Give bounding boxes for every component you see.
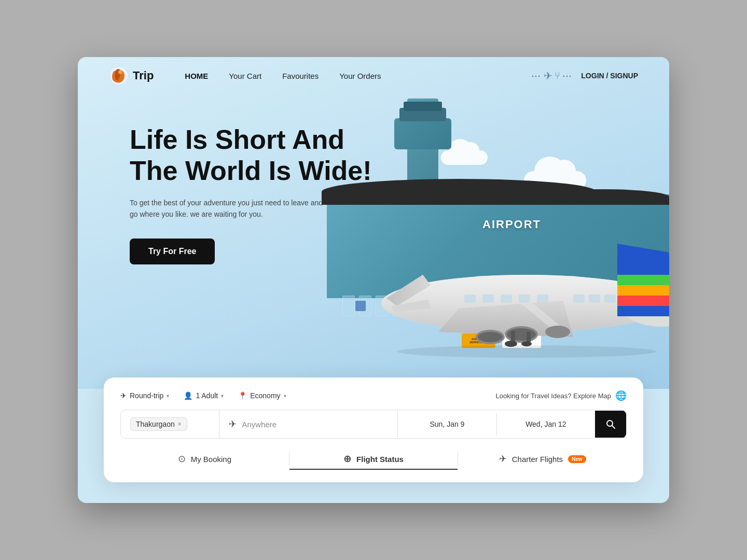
logo-text: Trip [133,69,154,82]
nav-favourites[interactable]: Favourites [282,72,319,80]
explore-map-text: Looking for Travel Ideas? Explore Map [495,392,611,400]
hero-content: Life Is Short And The World Is Wide! To … [130,124,372,264]
svg-line-29 [612,426,615,428]
to-field[interactable]: ✈ Anywhere [219,411,398,437]
flight-status-label: Flight Status [356,455,404,464]
booking-label: My Booking [191,455,231,464]
depart-date: Sun, Jan 9 [430,420,464,428]
try-for-free-button[interactable]: Try For Free [130,239,215,264]
passengers-chevron: ▾ [221,393,224,399]
nav-orders[interactable]: Your Orders [339,72,381,80]
nav-icons: ⋯ ✈ ⑂ ⋯ [531,69,573,82]
to-plane-icon: ✈ [229,418,237,430]
charter-flights-tab[interactable]: ✈ Charter Flights New [458,449,627,470]
navbar: Trip HOME Your Cart Favourites Your Orde… [78,57,669,94]
flight-status-tab[interactable]: ⊕ Flight Status [289,449,458,470]
svg-rect-14 [464,295,476,303]
passengers-label: 1 Adult [196,391,218,400]
svg-rect-10 [537,295,548,303]
svg-point-19 [545,326,570,338]
svg-point-25 [397,345,656,358]
nav-links: HOME Your Cart Favourites Your Orders [185,72,531,80]
second-plane-tail [617,244,669,316]
trip-icon: ✈ [120,391,127,400]
globe-icon [109,66,129,86]
from-chip: Thakurgaon × [130,417,187,431]
svg-rect-6 [589,295,600,303]
nav-home[interactable]: HOME [185,72,208,80]
svg-rect-20 [355,301,366,311]
location-icon: 📍 [238,391,247,400]
nav-right: ⋯ ✈ ⑂ ⋯ LOGIN / SIGNUP [531,69,638,82]
search-inputs: Thakurgaon × ✈ Anywhere Sun, Jan 9 Wed, … [120,410,627,439]
charter-label: Charter Flights [512,455,563,464]
search-button[interactable] [595,411,626,438]
dots2-icon: ⋯ [562,70,573,81]
explore-map-button[interactable]: Looking for Travel Ideas? Explore Map 🌐 [495,390,627,401]
my-booking-tab[interactable]: ⊙ My Booking [120,449,289,470]
person-icon: 👤 [184,391,192,400]
class-label: Economy [250,391,280,400]
plane-icon[interactable]: ✈ [544,69,552,82]
svg-rect-21 [511,331,515,342]
class-selector[interactable]: 📍 Economy ▾ [238,391,286,400]
to-value: Anywhere [242,420,276,429]
login-button[interactable]: LOGIN / SIGNUP [581,72,638,80]
svg-rect-5 [573,295,585,303]
map-icon: 🌐 [615,390,627,401]
bottom-tabs: ⊙ My Booking ⊕ Flight Status ✈ Charter F… [120,449,627,470]
nav-cart[interactable]: Your Cart [229,72,261,80]
svg-point-27 [118,70,122,74]
booking-icon: ⊙ [178,453,186,465]
passengers-selector[interactable]: 👤 1 Adult ▾ [184,391,224,400]
hero-subtitle: To get the best of your adventure you ju… [130,197,327,220]
hero-title: Life Is Short And The World Is Wide! [130,124,372,187]
trip-type-label: Round-trip [130,391,163,400]
from-value: Thakurgaon [136,420,175,428]
svg-rect-13 [482,295,494,303]
trip-type-chevron: ▾ [167,393,169,399]
svg-rect-7 [604,295,616,303]
svg-rect-11 [519,295,530,303]
logo[interactable]: Trip [109,66,154,86]
search-icon [605,419,616,429]
svg-point-18 [478,332,503,342]
search-box: ✈ Round-trip ▾ 👤 1 Adult ▾ 📍 Economy ▾ L… [104,377,643,482]
svg-rect-12 [501,295,512,303]
search-options-row: ✈ Round-trip ▾ 👤 1 Adult ▾ 📍 Economy ▾ L… [120,390,627,401]
return-date-field[interactable]: Wed, Jan 12 [497,413,595,436]
fork-icon[interactable]: ⑂ [555,71,560,81]
return-date: Wed, Jan 12 [525,420,566,428]
from-field[interactable]: Thakurgaon × [121,410,219,438]
search-options: ✈ Round-trip ▾ 👤 1 Adult ▾ 📍 Economy ▾ [120,391,286,400]
charter-icon: ✈ [499,453,507,465]
flight-status-icon: ⊕ [343,453,351,465]
from-remove-icon[interactable]: × [178,421,182,428]
svg-rect-23 [527,332,531,342]
new-badge: New [568,455,586,463]
class-chevron: ▾ [284,393,286,399]
dots-icon: ⋯ [531,70,542,81]
depart-date-field[interactable]: Sun, Jan 9 [398,413,496,436]
trip-type-selector[interactable]: ✈ Round-trip ▾ [120,391,169,400]
